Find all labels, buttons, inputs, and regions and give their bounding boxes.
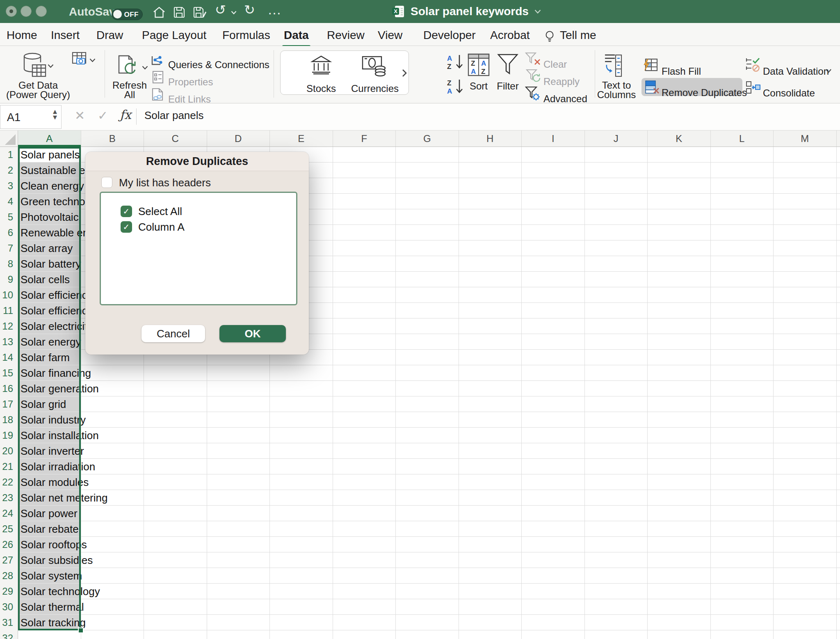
get-data-chevron-icon[interactable] (48, 62, 54, 70)
tab-review[interactable]: Review (327, 29, 365, 42)
cell-A21[interactable]: Solar irradiation (21, 459, 95, 474)
document-title[interactable]: Solar panel keywords (411, 5, 529, 18)
row-header-4[interactable]: 4 (0, 194, 13, 209)
get-data-label[interactable]: Get Data (Power Query) (3, 80, 73, 99)
tab-data[interactable]: Data (284, 29, 309, 42)
row-header-28[interactable]: 28 (0, 568, 13, 584)
row-header-5[interactable]: 5 (0, 209, 13, 225)
stocks-label[interactable]: Stocks (297, 83, 345, 94)
confirm-entry-button[interactable]: ✓ (98, 108, 108, 123)
consolidate-button[interactable] (746, 81, 760, 96)
cell-A3[interactable]: Clean energy (21, 178, 84, 194)
autosave-toggle[interactable]: OFF (112, 9, 143, 20)
name-box-stepper[interactable]: ▲▼ (53, 109, 57, 120)
row-header-8[interactable]: 8 (0, 256, 13, 272)
reapply-filter-label[interactable]: Reapply (543, 76, 580, 87)
cell-A30[interactable]: Solar thermal (21, 599, 84, 615)
row-header-27[interactable]: 27 (0, 552, 13, 568)
minimize-window-button[interactable] (21, 6, 32, 17)
sort-label[interactable]: Sort (468, 80, 490, 92)
cell-A28[interactable]: Solar system (21, 568, 82, 584)
row-header-7[interactable]: 7 (0, 240, 13, 256)
my-list-has-headers-checkbox[interactable] (101, 177, 112, 188)
column-header-C[interactable]: C (144, 131, 207, 147)
row-header-20[interactable]: 20 (0, 443, 13, 459)
tab-view[interactable]: View (378, 29, 402, 42)
zoom-window-button[interactable] (36, 6, 47, 17)
currencies-label[interactable]: Currencies (350, 83, 399, 94)
gallery-more-arrow-icon[interactable] (402, 69, 407, 79)
cell-A24[interactable]: Solar power (21, 506, 78, 521)
data-validation-chevron-icon[interactable] (825, 67, 832, 75)
sort-descending-button[interactable]: ZA (446, 79, 466, 96)
row-header-3[interactable]: 3 (0, 178, 13, 194)
cell-A16[interactable]: Solar generation (21, 381, 99, 396)
row-header-17[interactable]: 17 (0, 396, 13, 412)
row-header-6[interactable]: 6 (0, 225, 13, 240)
clear-filter-label[interactable]: Clear (543, 59, 567, 70)
properties-label[interactable]: Properties (168, 76, 213, 88)
redo-button[interactable]: ↻ (244, 4, 255, 16)
column-header-K[interactable]: K (648, 131, 711, 147)
selection-fill-handle[interactable] (78, 628, 84, 633)
data-validation-label[interactable]: Data Validation (763, 66, 829, 77)
cell-A1[interactable]: Solar panels (21, 147, 80, 163)
row-header-24[interactable]: 24 (0, 506, 13, 521)
row-header-14[interactable]: 14 (0, 350, 13, 365)
ok-button[interactable]: OK (219, 325, 286, 342)
cell-A17[interactable]: Solar grid (21, 396, 66, 412)
filter-button[interactable] (497, 53, 518, 78)
cell-A25[interactable]: Solar rebate (21, 521, 79, 537)
get-data-button[interactable] (23, 53, 46, 84)
tab-developer[interactable]: Developer (423, 29, 476, 42)
tab-acrobat[interactable]: Acrobat (490, 29, 530, 42)
tab-tell-me[interactable]: Tell me (560, 29, 596, 42)
currencies-button[interactable] (362, 56, 387, 79)
column-header-B[interactable]: B (81, 131, 144, 147)
tab-page-layout[interactable]: Page Layout (142, 29, 206, 42)
title-chevron-icon[interactable] (534, 9, 541, 14)
row-header-16[interactable]: 16 (0, 381, 13, 396)
tab-home[interactable]: Home (7, 29, 37, 42)
columns-listbox[interactable]: ✓Select All✓Column A (100, 192, 297, 305)
text-to-columns-button[interactable] (604, 53, 622, 80)
option-checkbox[interactable]: ✓ (121, 221, 132, 233)
properties-button[interactable] (152, 71, 164, 85)
cancel-entry-button[interactable]: ✕ (75, 108, 85, 123)
cell-A5[interactable]: Photovoltaic (21, 209, 79, 225)
cell-A29[interactable]: Solar technology (21, 584, 100, 599)
undo-chevron-icon[interactable] (231, 11, 237, 14)
cell-A12[interactable]: Solar electricity (21, 318, 93, 334)
queries-connections-label[interactable]: Queries & Connections (168, 59, 269, 71)
reapply-filter-button[interactable] (526, 69, 542, 86)
data-validation-button[interactable] (746, 57, 760, 74)
row-header-13[interactable]: 13 (0, 334, 13, 350)
row-header-21[interactable]: 21 (0, 459, 13, 474)
cell-A22[interactable]: Solar modules (21, 474, 89, 490)
column-header-J[interactable]: J (585, 131, 648, 147)
formula-input[interactable]: Solar panels (144, 109, 204, 122)
from-picture-chevron-icon[interactable] (89, 57, 96, 64)
text-to-columns-label[interactable]: Text to Columns (594, 80, 639, 99)
save-button[interactable] (173, 7, 185, 18)
cell-A18[interactable]: Solar industry (21, 412, 86, 428)
tab-insert[interactable]: Insert (51, 29, 80, 42)
cell-A7[interactable]: Solar array (21, 240, 73, 256)
cell-A10[interactable]: Solar efficiency (21, 287, 93, 303)
column-header-L[interactable]: L (711, 131, 774, 147)
row-header-23[interactable]: 23 (0, 490, 13, 506)
advanced-filter-button[interactable] (525, 86, 541, 103)
cell-A19[interactable]: Solar installation (21, 428, 99, 443)
undo-button[interactable]: ↺ (215, 4, 226, 16)
option-checkbox[interactable]: ✓ (121, 206, 132, 217)
consolidate-label[interactable]: Consolidate (763, 87, 815, 99)
row-header-19[interactable]: 19 (0, 428, 13, 443)
refresh-all-label[interactable]: Refresh All (111, 80, 148, 99)
row-header-25[interactable]: 25 (0, 521, 13, 537)
column-option-column-a[interactable]: ✓Column A (121, 219, 185, 235)
column-header-H[interactable]: H (459, 131, 522, 147)
cell-A23[interactable]: Solar net metering (21, 490, 107, 506)
sort-button[interactable]: ZA AZ (468, 53, 490, 78)
row-header-11[interactable]: 11 (0, 303, 13, 318)
tab-formulas[interactable]: Formulas (222, 29, 270, 42)
